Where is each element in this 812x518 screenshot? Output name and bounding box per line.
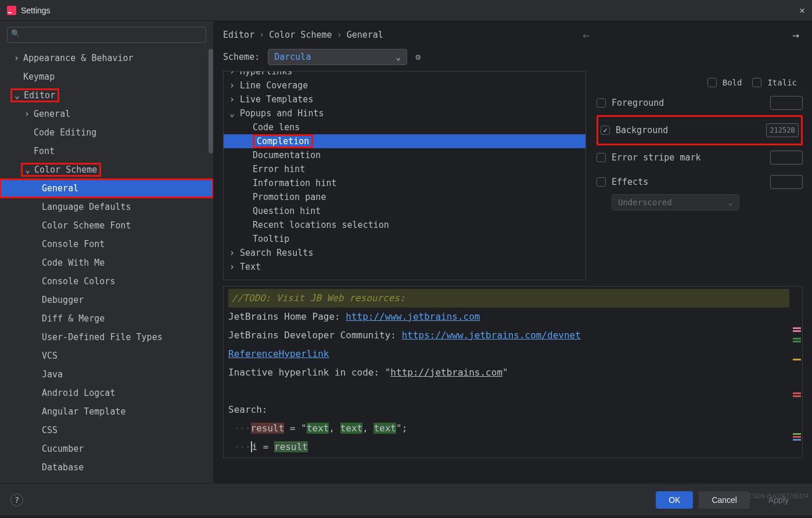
error-stripe-swatch[interactable] <box>770 151 803 165</box>
option-error-hint[interactable]: Error hint <box>224 162 585 176</box>
sidebar-item-vcs[interactable]: VCS <box>0 346 213 365</box>
background-checkbox[interactable] <box>601 126 610 135</box>
sidebar-item-css[interactable]: CSS <box>0 421 213 440</box>
attributes-panel: Bold Italic Foreground Background <box>597 71 803 280</box>
sidebar-item-code-with-me[interactable]: Code With Me <box>0 253 213 272</box>
svg-rect-0 <box>7 6 16 15</box>
breadcrumb-item[interactable]: General <box>347 30 383 40</box>
sidebar-scrollbar[interactable] <box>209 49 213 153</box>
tree-item-label: VCS <box>42 351 58 361</box>
gear-icon[interactable]: ⚙ <box>415 52 421 62</box>
foreground-swatch[interactable] <box>770 96 803 110</box>
dialog-footer: ? OK Cancel Apply <box>0 483 812 516</box>
preview-link[interactable]: http://www.jetbrains.com <box>346 311 480 322</box>
chevron-icon <box>229 94 238 105</box>
tree-item-label: Cucumber <box>42 444 84 454</box>
effects-select[interactable]: Underscored ⌄ <box>612 194 739 210</box>
preview-link[interactable]: https://www.jetbrains.com/devnet <box>402 330 581 341</box>
tree-item-label: CSS <box>42 425 58 435</box>
option-label: Popups and Hints <box>240 108 324 119</box>
cancel-button[interactable]: Cancel <box>699 491 750 509</box>
tree-item-label: Appearance & Behavior <box>23 53 134 63</box>
sidebar-item-appearance-behavior[interactable]: Appearance & Behavior <box>0 49 213 67</box>
option-code-lens[interactable]: Code lens <box>224 120 585 134</box>
watermark: CSDN @A1067766124 <box>748 493 809 499</box>
sidebar-item-editor[interactable]: Editor <box>0 86 213 105</box>
tree-item-label: Code With Me <box>42 258 105 268</box>
tree-item-label: Editor <box>24 90 55 101</box>
preview-editor[interactable]: //TODO: Visit JB Web resources: JetBrain… <box>223 286 803 458</box>
sidebar-item-general[interactable]: General <box>0 105 213 123</box>
background-swatch[interactable]: 21252B <box>766 123 799 137</box>
sidebar-item-debugger[interactable]: Debugger <box>0 291 213 309</box>
chevron-icon <box>25 165 33 175</box>
tree-item-label: General <box>34 109 70 119</box>
option-promotion-pane[interactable]: Promotion pane <box>224 190 585 204</box>
option-search-results[interactable]: Search Results <box>224 246 585 260</box>
sidebar-item-android-logcat[interactable]: Android Logcat <box>0 384 213 402</box>
option-recent-locations-selection[interactable]: Recent locations selection <box>224 218 585 232</box>
sidebar-item-java[interactable]: Java <box>0 365 213 384</box>
search-input[interactable] <box>7 27 206 43</box>
option-label: Line Coverage <box>240 80 308 91</box>
option-label: Text <box>240 262 261 272</box>
sidebar-item-font[interactable]: Font <box>0 142 213 160</box>
option-live-templates[interactable]: Live Templates <box>224 92 585 106</box>
option-text[interactable]: Text <box>224 260 585 274</box>
tree-item-label: User-Defined File Types <box>42 332 163 342</box>
chevron-icon <box>229 248 238 258</box>
sidebar-item-console-font[interactable]: Console Font <box>0 235 213 253</box>
sidebar-item-color-scheme-font[interactable]: Color Scheme Font <box>0 216 213 235</box>
option-question-hint[interactable]: Question hint <box>224 204 585 218</box>
close-icon[interactable]: ✕ <box>799 5 805 16</box>
option-label: Documentation <box>253 150 321 160</box>
option-label: Question hint <box>253 206 321 216</box>
effects-checkbox[interactable] <box>597 177 606 187</box>
tree-item-label: Console Font <box>42 239 105 249</box>
sidebar-item-code-editing[interactable]: Code Editing <box>0 123 213 142</box>
option-label: Code lens <box>253 122 300 133</box>
effects-swatch[interactable] <box>770 175 803 189</box>
sidebar-item-keymap[interactable]: Keymap <box>0 67 213 86</box>
sidebar-item-console-colors[interactable]: Console Colors <box>0 272 213 291</box>
sidebar-item-language-defaults[interactable]: Language Defaults <box>0 198 213 216</box>
sidebar: Appearance & BehaviorKeymapEditorGeneral… <box>0 21 214 483</box>
sidebar-item-user-defined-file-types[interactable]: User-Defined File Types <box>0 328 213 346</box>
back-icon[interactable]: ← <box>579 28 593 42</box>
sidebar-item-color-scheme[interactable]: Color Scheme <box>0 160 213 179</box>
effects-label: Effects <box>612 177 764 187</box>
sidebar-item-angular-template[interactable]: Angular Template <box>0 402 213 421</box>
chevron-down-icon: ⌄ <box>728 198 733 207</box>
scheme-select[interactable]: Darcula ⌄ <box>268 49 407 65</box>
option-line-coverage[interactable]: Line Coverage <box>224 78 585 92</box>
help-icon[interactable]: ? <box>10 494 23 506</box>
sidebar-item-diff-merge[interactable]: Diff & Merge <box>0 309 213 328</box>
italic-checkbox[interactable] <box>752 78 761 87</box>
chevron-icon <box>229 80 238 91</box>
option-popups-and-hints[interactable]: Popups and Hints <box>224 106 585 120</box>
sidebar-item-general[interactable]: General <box>0 179 213 198</box>
chevron-icon <box>24 109 33 119</box>
option-completion[interactable]: Completion <box>224 134 585 148</box>
chevron-icon <box>14 53 22 63</box>
error-stripe-gutter[interactable] <box>789 289 802 455</box>
sidebar-item-database[interactable]: Database <box>0 458 213 477</box>
foreground-checkbox[interactable] <box>597 98 606 108</box>
option-information-hint[interactable]: Information hint <box>224 176 585 190</box>
option-hyperlinks[interactable]: Hyperlinks <box>224 71 585 78</box>
tree-item-label: Keymap <box>23 72 55 82</box>
ok-button[interactable]: OK <box>656 491 693 509</box>
chevron-icon <box>229 108 238 119</box>
tree-item-label: Color Scheme <box>34 165 97 175</box>
sidebar-item-cucumber[interactable]: Cucumber <box>0 440 213 458</box>
breadcrumb-item[interactable]: Color Scheme <box>269 30 332 40</box>
options-tree[interactable]: HyperlinksLine CoverageLive TemplatesPop… <box>223 71 586 280</box>
forward-icon[interactable]: → <box>789 28 803 42</box>
breadcrumb-item[interactable]: Editor <box>223 30 254 40</box>
bold-checkbox[interactable] <box>707 78 717 87</box>
option-tooltip[interactable]: Tooltip <box>224 232 585 246</box>
error-stripe-checkbox[interactable] <box>597 153 606 162</box>
error-stripe-label: Error stripe mark <box>612 152 764 163</box>
preview-reference[interactable]: ReferenceHyperlink <box>228 348 329 359</box>
option-documentation[interactable]: Documentation <box>224 148 585 162</box>
